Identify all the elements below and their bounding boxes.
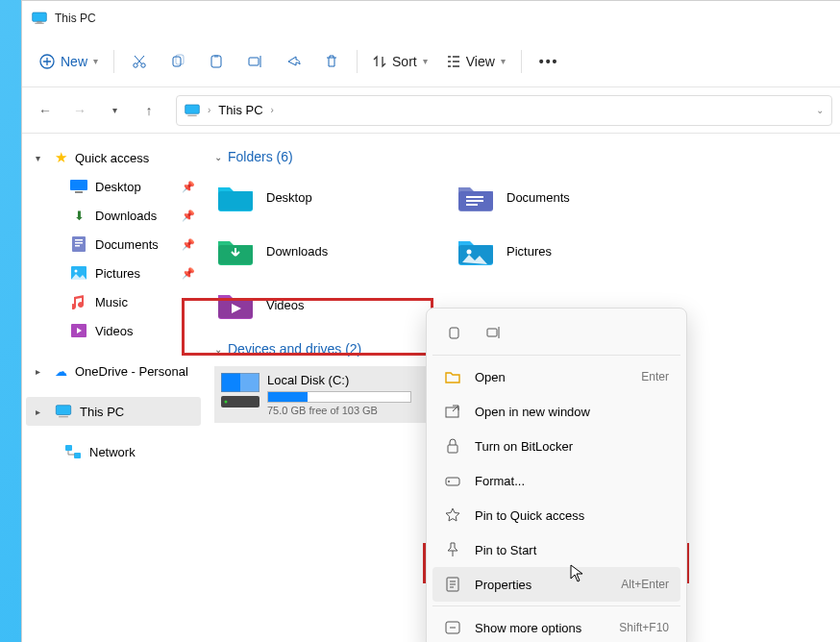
- copy-button[interactable]: [159, 44, 197, 79]
- chevron-down-icon: ▾: [36, 153, 40, 163]
- chevron-down-icon[interactable]: ⌄: [816, 105, 824, 115]
- rename-button[interactable]: [235, 44, 274, 79]
- svg-rect-11: [185, 105, 200, 113]
- forward-button[interactable]: →: [64, 95, 95, 126]
- context-item-label: Pin to Quick access: [475, 508, 584, 523]
- lock-icon: [444, 437, 461, 455]
- context-pin-start[interactable]: Pin to Start: [432, 532, 680, 567]
- svg-point-33: [467, 250, 472, 255]
- folder-pictures[interactable]: Pictures: [455, 228, 691, 274]
- context-menu: Open Enter Open in new window Turn on Bi…: [426, 308, 687, 642]
- chevron-right-icon: ▸: [36, 407, 40, 417]
- svg-rect-9: [214, 55, 218, 58]
- cloud-icon: ☁: [55, 364, 67, 379]
- folder-label: Pictures: [506, 244, 552, 259]
- context-bitlocker[interactable]: Turn on BitLocker: [432, 429, 680, 463]
- drive-local-c[interactable]: Local Disk (C:) 75.0 GB free of 103 GB: [214, 366, 460, 423]
- svg-rect-30: [466, 204, 478, 206]
- desktop-folder-icon: [216, 181, 255, 213]
- context-open-new-window[interactable]: Open in new window: [432, 394, 680, 429]
- view-icon: [447, 55, 460, 68]
- document-icon: [70, 236, 87, 252]
- address-bar[interactable]: › This PC › ⌄: [176, 95, 832, 126]
- download-icon: ⬇: [70, 208, 87, 223]
- context-item-label: Properties: [475, 578, 531, 592]
- context-pin-quick-access[interactable]: Pin to Quick access: [432, 498, 680, 532]
- chevron-down-icon: ▾: [501, 56, 506, 66]
- rename-icon[interactable]: [484, 324, 502, 341]
- svg-rect-22: [56, 406, 70, 415]
- address-bar-row: ← → ▾ ↑ › This PC › ⌄: [22, 87, 840, 134]
- pin-icon: 📌: [182, 267, 195, 280]
- svg-rect-12: [187, 114, 196, 115]
- chevron-down-icon: ⌄: [214, 344, 222, 355]
- cut-button[interactable]: [120, 44, 159, 79]
- sidebar-item-documents[interactable]: Documents 📌: [26, 230, 201, 259]
- pin-icon: 📌: [182, 238, 195, 251]
- svg-rect-26: [218, 191, 253, 210]
- svg-rect-17: [75, 242, 83, 244]
- up-button[interactable]: ↑: [134, 95, 164, 126]
- context-shortcut: Alt+Enter: [621, 578, 669, 591]
- svg-point-20: [75, 270, 78, 273]
- context-item-label: Format...: [475, 474, 525, 488]
- sidebar-quick-access[interactable]: ▾ ★ Quick access: [26, 143, 201, 172]
- pictures-folder-icon: [457, 235, 495, 267]
- sidebar-onedrive[interactable]: ▸ ☁ OneDrive - Personal: [26, 357, 201, 385]
- drive-icon: [221, 373, 259, 416]
- copy-icon[interactable]: [446, 324, 463, 341]
- svg-rect-28: [466, 196, 483, 198]
- folder-label: Desktop: [266, 190, 312, 205]
- sidebar-item-desktop[interactable]: Desktop 📌: [26, 172, 201, 201]
- folder-videos[interactable]: Videos: [214, 282, 451, 328]
- context-properties[interactable]: Properties Alt+Enter: [432, 567, 680, 602]
- context-item-label: Show more options: [475, 621, 581, 635]
- chevron-right-icon: ›: [208, 105, 210, 115]
- svg-rect-41: [487, 329, 497, 336]
- scissors-icon: [132, 54, 147, 69]
- recent-button[interactable]: ▾: [99, 95, 130, 126]
- plus-circle-icon: [39, 54, 55, 69]
- sidebar-item-label: Desktop: [95, 180, 141, 194]
- sidebar-item-label: Pictures: [95, 266, 140, 281]
- back-button[interactable]: ←: [30, 95, 61, 126]
- sidebar-network[interactable]: Network: [26, 437, 201, 466]
- sort-button[interactable]: Sort ▾: [363, 44, 437, 79]
- star-icon: [444, 506, 461, 524]
- desktop-icon: [70, 179, 87, 194]
- downloads-folder-icon: [216, 235, 255, 267]
- share-button[interactable]: [274, 44, 312, 79]
- toolbar-divider: [113, 50, 114, 73]
- folder-documents[interactable]: Documents: [455, 174, 691, 220]
- sidebar-item-pictures[interactable]: Pictures 📌: [26, 259, 201, 287]
- folder-downloads[interactable]: Downloads: [214, 228, 451, 274]
- sidebar-item-downloads[interactable]: ⬇ Downloads 📌: [26, 201, 201, 230]
- paste-button[interactable]: [197, 44, 235, 79]
- sidebar-item-videos[interactable]: Videos: [26, 316, 201, 345]
- svg-rect-18: [75, 245, 80, 247]
- more-button[interactable]: •••: [528, 44, 571, 79]
- window-title: This PC: [55, 12, 96, 25]
- videos-folder-icon: [216, 288, 255, 321]
- new-button[interactable]: New ▾: [30, 44, 108, 79]
- view-label: View: [466, 54, 495, 69]
- section-label: Folders (6): [228, 149, 293, 164]
- pin-icon: 📌: [182, 181, 195, 193]
- breadcrumb-item[interactable]: This PC: [218, 103, 262, 117]
- folder-desktop[interactable]: Desktop: [214, 174, 451, 220]
- context-separator: [432, 355, 680, 356]
- context-item-label: Turn on BitLocker: [475, 439, 573, 454]
- sidebar-item-music[interactable]: Music: [26, 287, 201, 316]
- context-show-more[interactable]: Show more options Shift+F10: [432, 610, 680, 642]
- svg-rect-13: [70, 180, 87, 190]
- view-button[interactable]: View ▾: [437, 44, 515, 79]
- context-item-label: Open: [475, 370, 506, 384]
- sidebar-this-pc[interactable]: ▸ This PC: [26, 397, 201, 426]
- context-format[interactable]: Format...: [432, 463, 680, 498]
- delete-button[interactable]: [312, 44, 351, 79]
- folders-section-header[interactable]: ⌄ Folders (6): [214, 149, 840, 164]
- toolbar-divider: [521, 50, 522, 73]
- context-open[interactable]: Open Enter: [432, 359, 680, 394]
- sidebar-item-label: Music: [95, 295, 128, 309]
- context-quick-actions: [432, 314, 680, 351]
